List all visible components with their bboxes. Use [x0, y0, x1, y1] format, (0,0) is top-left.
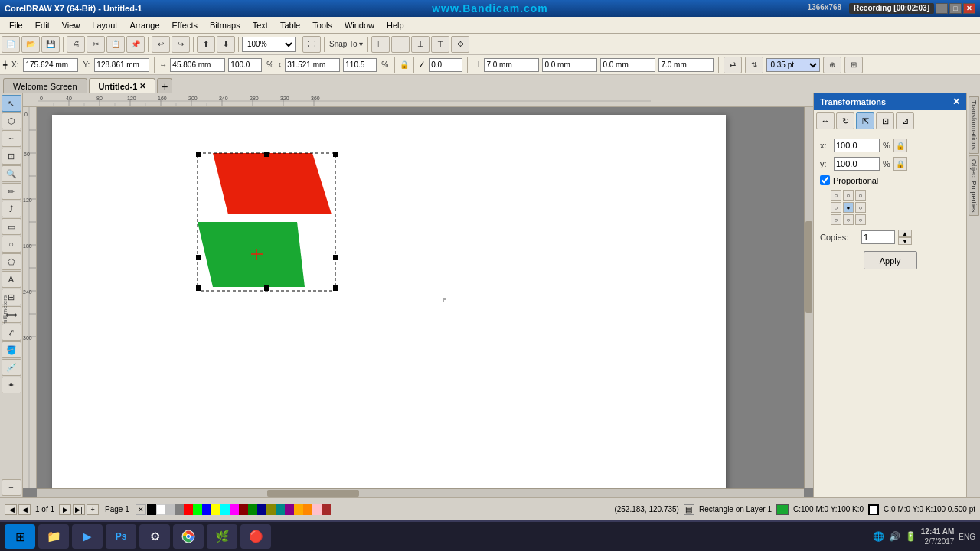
- height-pct-input[interactable]: [343, 58, 377, 72]
- tab-untitled1[interactable]: Untitled-1 ✕: [89, 78, 156, 93]
- media-player-button[interactable]: ▶: [72, 524, 103, 549]
- menu-bitmaps[interactable]: Bitmaps: [204, 19, 247, 31]
- handle-tl[interactable]: [196, 152, 201, 157]
- skew-tool-btn[interactable]: ⊿: [896, 112, 914, 129]
- smart-draw-tool[interactable]: ⤴: [2, 201, 21, 217]
- h2-input[interactable]: [600, 58, 655, 72]
- canvas-area[interactable]: 0 40 80 120 160 200 240 280 320: [23, 93, 813, 497]
- green-swatch[interactable]: [193, 504, 202, 515]
- anchor-mr[interactable]: ○: [855, 202, 866, 213]
- page-first-btn[interactable]: |◀: [5, 504, 17, 515]
- undo-button[interactable]: ↩: [152, 36, 170, 53]
- crop-tool[interactable]: ⊡: [2, 148, 21, 165]
- menu-layout[interactable]: Layout: [86, 19, 123, 31]
- anchor-bl[interactable]: ○: [831, 214, 841, 225]
- table-tool[interactable]: ⊞: [2, 289, 21, 305]
- page-add-btn[interactable]: +: [87, 504, 99, 515]
- connector-tool[interactable]: ⤤: [2, 324, 21, 341]
- import-button[interactable]: ⬆: [197, 36, 215, 53]
- zoom-tool[interactable]: 🔍: [2, 165, 21, 182]
- page-last-btn[interactable]: ▶|: [73, 504, 85, 515]
- page-prev-btn[interactable]: ◀: [18, 504, 31, 515]
- teal-swatch[interactable]: [276, 504, 285, 515]
- page-next-btn[interactable]: ▶: [59, 504, 71, 515]
- blue-swatch[interactable]: [202, 504, 211, 515]
- zoom-selector[interactable]: 100% 75% 50% 150% 200%: [242, 37, 296, 52]
- align-top-button[interactable]: ⊤: [431, 36, 449, 53]
- full-screen-button[interactable]: ⛶: [302, 36, 321, 53]
- handle-tm[interactable]: [264, 152, 270, 157]
- tab-welcome[interactable]: Welcome Screen: [3, 78, 87, 93]
- smear-tool[interactable]: ~: [2, 130, 21, 147]
- yellow-swatch[interactable]: [211, 504, 220, 515]
- minimize-button[interactable]: _: [936, 3, 948, 14]
- object-properties-tab[interactable]: Object Properties: [969, 155, 979, 217]
- menu-help[interactable]: Help: [381, 19, 410, 31]
- outline-size-select[interactable]: 0.35 pt 0.5 pt 1 pt: [766, 58, 820, 72]
- handle-br[interactable]: [333, 285, 338, 291]
- y-lock-btn[interactable]: 🔒: [893, 157, 907, 171]
- brown-swatch[interactable]: [322, 504, 331, 515]
- darkred-swatch[interactable]: [239, 504, 248, 515]
- scale-tool-btn[interactable]: ⇱: [856, 112, 874, 129]
- menu-effects[interactable]: Effects: [166, 19, 204, 31]
- menu-view[interactable]: View: [56, 19, 87, 31]
- width-input[interactable]: [170, 58, 225, 72]
- x-panel-input[interactable]: [834, 139, 880, 152]
- gray-swatch[interactable]: [175, 504, 184, 515]
- magenta-swatch[interactable]: [230, 504, 239, 515]
- handle-ml[interactable]: [196, 255, 201, 260]
- new-button[interactable]: 📄: [2, 36, 20, 53]
- menu-arrange[interactable]: Arrange: [123, 19, 165, 31]
- tab-add-button[interactable]: +: [157, 78, 172, 93]
- darkgreen-swatch[interactable]: [248, 504, 257, 515]
- proportional-checkbox[interactable]: [820, 175, 830, 185]
- anchor-ml[interactable]: ○: [831, 202, 841, 213]
- cyan-swatch[interactable]: [220, 504, 230, 515]
- open-button[interactable]: 📂: [21, 36, 40, 53]
- position-tool-btn[interactable]: ↔: [816, 112, 835, 129]
- v-outline-input[interactable]: [542, 58, 597, 72]
- edit-node-button[interactable]: ⊕: [823, 57, 841, 73]
- anchor-bm[interactable]: ○: [843, 214, 854, 225]
- plus-tool[interactable]: +: [2, 479, 21, 496]
- handle-bl[interactable]: [196, 285, 201, 291]
- anchor-tm[interactable]: ○: [843, 190, 854, 201]
- interactive-tool[interactable]: ✦: [2, 377, 21, 393]
- scroll-thumb-h[interactable]: [267, 490, 359, 497]
- parallel-dim-tool[interactable]: ⟺: [2, 306, 21, 323]
- panel-close-button[interactable]: ✕: [952, 96, 960, 107]
- orange-swatch[interactable]: [294, 504, 303, 515]
- y-panel-input[interactable]: [834, 157, 880, 171]
- align-center-button[interactable]: ⊥: [411, 36, 430, 53]
- transform-button[interactable]: ⊞: [844, 57, 863, 73]
- copies-input[interactable]: [861, 230, 895, 244]
- angle-input[interactable]: [429, 58, 462, 72]
- polygon-tool[interactable]: ⬠: [2, 253, 21, 270]
- ellipse-tool[interactable]: ○: [2, 236, 21, 253]
- maximize-button[interactable]: □: [949, 3, 962, 14]
- shape-tool[interactable]: ⬡: [2, 112, 21, 129]
- close-button[interactable]: ✕: [963, 3, 975, 14]
- anchor-br[interactable]: ○: [855, 214, 866, 225]
- menu-tools[interactable]: Tools: [306, 19, 338, 31]
- menu-table[interactable]: Table: [274, 19, 306, 31]
- photoshop-button[interactable]: Ps: [106, 524, 136, 549]
- x-input[interactable]: [23, 58, 78, 72]
- copies-up-btn[interactable]: ▲: [898, 230, 912, 237]
- white-swatch[interactable]: [156, 504, 165, 515]
- h-outline-input[interactable]: [484, 58, 539, 72]
- v2-input[interactable]: [658, 58, 714, 72]
- width-pct-input[interactable]: [228, 58, 262, 72]
- file-explorer-button[interactable]: 📁: [38, 524, 69, 549]
- fill-tool[interactable]: 🪣: [2, 341, 21, 358]
- olive-swatch[interactable]: [266, 504, 276, 515]
- black-swatch[interactable]: [147, 504, 156, 515]
- freehand-tool[interactable]: ✏: [2, 183, 21, 200]
- silver-swatch[interactable]: [165, 504, 175, 515]
- windows-start-button[interactable]: ⊞: [5, 524, 35, 549]
- align-left-button[interactable]: ⊢: [371, 36, 390, 53]
- scroll-thumb-v[interactable]: [805, 221, 812, 313]
- menu-window[interactable]: Window: [338, 19, 381, 31]
- handle-mr[interactable]: [333, 255, 338, 260]
